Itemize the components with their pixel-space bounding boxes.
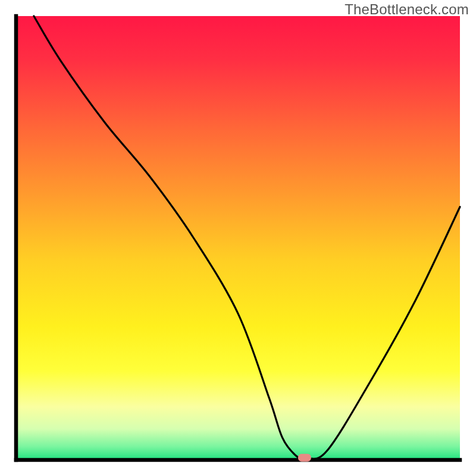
chart-container: TheBottleneck.com	[0, 0, 476, 476]
optimum-marker	[298, 454, 311, 462]
bottleneck-chart	[0, 0, 476, 476]
watermark-text: TheBottleneck.com	[345, 1, 469, 18]
plot-background	[16, 16, 460, 460]
